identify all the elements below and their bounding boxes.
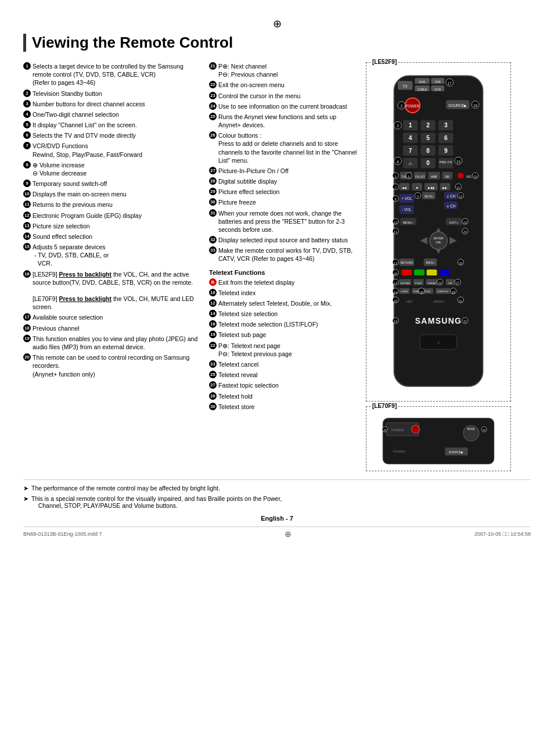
svg-text:8: 8 xyxy=(426,148,430,154)
item-badge-22: 22 xyxy=(209,81,217,88)
item-badge-27: 27 xyxy=(209,167,217,174)
item-text-9: Temporary sound switch-off xyxy=(33,180,107,188)
teletext-text-18: Teletext mode selection (LIST/FLOF) xyxy=(218,320,318,328)
svg-text:∨ CH: ∨ CH xyxy=(447,204,455,208)
crosshair-bottom: ⊕ xyxy=(285,529,292,539)
list-item: 5 It display "Channel List" on the scree… xyxy=(23,121,203,129)
file-info: BN68-01313B-01Eng-1005.indd 7 xyxy=(23,531,102,537)
teletext-text-27: Fastext topic selection xyxy=(218,381,279,389)
teletext-badge-12: 12 xyxy=(209,299,217,307)
svg-text:34: 34 xyxy=(483,429,486,432)
item-badge-28: 28 xyxy=(209,177,217,185)
item-badge-8: 8 xyxy=(23,161,31,169)
svg-text:/OK: /OK xyxy=(436,241,441,244)
item-text-16: [LE52F9] Press to backlight the VOL, CH,… xyxy=(33,270,203,311)
item-text-20: This remote can be used to control recor… xyxy=(33,353,203,378)
bottom-bar: BN68-01313B-01Eng-1005.indd 7 ⊕ 2007-10-… xyxy=(23,526,531,539)
svg-text:- VOL: - VOL xyxy=(402,207,412,212)
teletext-text-30: Teletext store xyxy=(218,403,254,411)
list-item: 21 P⊕: Next channelP⊖: Previous channel xyxy=(209,62,360,78)
item-badge-6: 6 xyxy=(23,131,31,139)
svg-text:CABLE: CABLE xyxy=(418,88,427,91)
item-text-22: Exit the on-screen menu xyxy=(218,81,285,89)
svg-text:27: 27 xyxy=(456,281,459,285)
svg-text:23: 23 xyxy=(463,221,467,224)
teletext-section: Teletext Functions B Exit from the telet… xyxy=(209,269,360,411)
item-badge-4: 4 xyxy=(23,110,31,118)
item-text-17: Available source selection xyxy=(33,313,103,321)
list-item: 10 Displays the main on-screen menu xyxy=(23,190,203,198)
list-item: 15 Adjusts 5 separate devices - TV, DVD,… xyxy=(23,243,203,268)
teletext-text-25: Teletext reveal xyxy=(218,371,258,379)
list-item: 9 Temporary sound switch-off xyxy=(23,180,203,188)
list-item: 32 Display selected input source and bat… xyxy=(209,236,360,244)
list-item: 22 Exit the on-screen menu xyxy=(209,81,360,89)
list-item: 18 Previous channel xyxy=(23,324,203,332)
svg-text:POWER: POWER xyxy=(391,428,404,432)
item-text-27: Picture-In-Picture On / Off xyxy=(218,167,289,175)
item-text-12: Electronic Program Guide (EPG) display xyxy=(33,212,142,220)
svg-text:17: 17 xyxy=(448,81,452,85)
svg-text:○RESET: ○RESET xyxy=(433,300,444,303)
list-item: 1 Selects a target device to be controll… xyxy=(23,62,203,87)
svg-text:P.MODE: P.MODE xyxy=(427,282,436,285)
teletext-text-22: P⊕: Teletext next pageP⊖: Teletext previ… xyxy=(218,342,292,358)
item-text-25: Runs the Anynet view functions and sets … xyxy=(218,113,360,129)
list-item: 25 Runs the Anynet view functions and se… xyxy=(209,113,360,129)
svg-text:20: 20 xyxy=(474,175,477,178)
teletext-item: 18 Teletext mode selection (LIST/FLOF) xyxy=(209,320,360,328)
item-text-7: VCR/DVD FunctionsRewind, Stop, Play/Paus… xyxy=(33,142,142,158)
item-badge-1: 1 xyxy=(23,62,31,70)
svg-text:POWER: POWER xyxy=(393,450,405,453)
item-text-24: Use to see information on the current br… xyxy=(218,102,347,110)
list-item: 33 Make the remote control works for TV,… xyxy=(209,246,360,263)
item-text-19: This function enables you to view and pl… xyxy=(33,335,203,351)
svg-text:POWER: POWER xyxy=(405,104,419,108)
teletext-item: 22 P⊕: Teletext next pageP⊖: Teletext pr… xyxy=(209,342,360,358)
remote-svg: TV DVD STB CABLE VCR 17 POWER xyxy=(375,72,502,397)
svg-text:RETURN: RETURN xyxy=(401,261,413,264)
footer-notes: ➤ The performance of the remote control … xyxy=(23,479,531,509)
svg-text:26: 26 xyxy=(394,272,397,275)
svg-text:5: 5 xyxy=(395,175,397,178)
list-item: 17 Available source selection xyxy=(23,313,203,321)
teletext-item: 14 Teletext size selection xyxy=(209,310,360,318)
item-badge-20: 20 xyxy=(23,353,31,361)
list-item: 7 VCR/DVD FunctionsRewind, Stop, Play/Pa… xyxy=(23,142,203,158)
svg-rect-124 xyxy=(427,270,437,275)
item-text-18: Previous channel xyxy=(33,324,80,332)
svg-text:MUTE: MUTE xyxy=(425,195,433,198)
item-badge-13: 13 xyxy=(23,222,31,230)
item-badge-31: 31 xyxy=(209,209,217,217)
svg-text:SUBTITLE: SUBTITLE xyxy=(438,291,449,293)
svg-text:3: 3 xyxy=(397,124,399,128)
item-text-30: Picture freeze xyxy=(218,198,256,206)
svg-text:16: 16 xyxy=(394,320,397,323)
item-badge-24: 24 xyxy=(209,102,217,110)
svg-text:5: 5 xyxy=(426,135,430,141)
teletext-text-10: Teletext index xyxy=(218,289,256,297)
le70f9-remote-svg: POWER 33 MODE 34 SOURCE▶ POWER xyxy=(375,415,502,467)
list-item: 14 Sound effect selection xyxy=(23,232,203,241)
svg-text:19: 19 xyxy=(456,160,461,164)
teletext-badge-23: 23 xyxy=(209,360,217,368)
list-item: 28 Digital subtitle display xyxy=(209,177,360,185)
svg-text:SOURCE▶: SOURCE▶ xyxy=(448,103,467,108)
teletext-badge-18: 18 xyxy=(209,320,217,328)
teletext-badge-30: 30 xyxy=(209,403,217,410)
list-item: 3 Number buttons for direct channel acce… xyxy=(23,100,203,108)
teletext-item: 10 Teletext index xyxy=(209,289,360,297)
item-text-26: Colour buttons :Press to add or delete c… xyxy=(218,131,360,164)
item-text-33: Make the remote control works for TV, DV… xyxy=(218,246,360,263)
teletext-badge-14: 14 xyxy=(209,310,217,317)
page-number: English - 7 xyxy=(23,515,531,522)
svg-text:MMB: MMB xyxy=(431,175,437,178)
item-badge-2: 2 xyxy=(23,89,31,97)
item-badge-30: 30 xyxy=(209,198,217,206)
list-item: 29 Picture effect selection xyxy=(209,188,360,196)
svg-text:■: ■ xyxy=(416,186,418,189)
main-content: 1 Selects a target device to be controll… xyxy=(23,62,531,471)
item-text-3: Number buttons for direct channel access xyxy=(33,100,145,108)
teletext-text-12: Alternately select Teletext, Double, or … xyxy=(218,299,332,307)
teletext-text-b: Exit from the teletext display xyxy=(218,278,294,286)
